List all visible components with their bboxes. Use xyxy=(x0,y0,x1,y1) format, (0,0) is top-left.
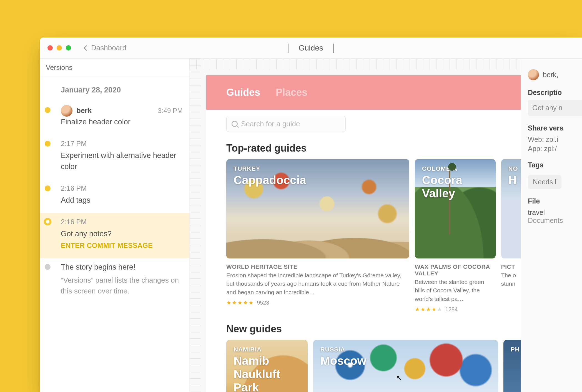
chevron-left-icon xyxy=(288,44,289,53)
avatar xyxy=(61,105,72,117)
guide-hero-image: COLOMBIA Cocora Valley xyxy=(415,159,496,258)
share-web-label: Web: xyxy=(528,135,544,143)
versions-panel: Versions January 28, 2020 berk 3:49 PM F… xyxy=(40,59,190,392)
avatar xyxy=(528,69,539,80)
guide-blurb: Erosion shaped the incredible landscape … xyxy=(226,271,409,296)
guide-subheading: PICT xyxy=(501,263,521,270)
titlebar: Dashboard Guides xyxy=(40,37,582,59)
artboard-guides[interactable]: Guides Places Search for a guide Top-rat… xyxy=(206,75,521,392)
search-icon xyxy=(232,121,238,127)
share-app-value: zpl:/ xyxy=(544,145,557,152)
guide-hero-image: TURKEY Cappadoccia xyxy=(226,159,409,258)
guide-place: H xyxy=(508,174,518,187)
guide-rating-count: 9523 xyxy=(257,300,269,306)
close-window-icon[interactable] xyxy=(47,45,53,51)
version-origin: The story begins here! “Versions” panel … xyxy=(40,258,189,304)
version-bullet-icon xyxy=(45,185,51,191)
guide-card[interactable]: TURKEY Cappadoccia WORLD HERITAGE SITE E… xyxy=(226,159,409,313)
share-web-value: zpl.i xyxy=(546,135,558,143)
window-controls xyxy=(40,45,71,51)
version-message: Experiment with alternative header color xyxy=(61,150,183,172)
screen-title: Guides xyxy=(298,44,323,52)
inspector-description-label: Descriptio xyxy=(528,89,582,97)
guide-place: Cappadoccia xyxy=(234,174,306,187)
inspector-tags-label: Tags xyxy=(528,161,582,169)
search-input[interactable]: Search for a guide xyxy=(226,116,346,132)
inspector-file-name: travel xyxy=(528,208,582,217)
back-to-dashboard[interactable]: Dashboard xyxy=(84,44,126,52)
guide-country: PH xyxy=(511,346,520,353)
zoom-window-icon[interactable] xyxy=(66,45,71,51)
screen-prev-button[interactable] xyxy=(288,44,289,52)
star-icon: ★★★★★ xyxy=(415,306,443,313)
canvas[interactable]: Guides Places Search for a guide Top-rat… xyxy=(190,59,521,392)
guide-blurb: Between the slanted green hills of Cocor… xyxy=(415,278,496,303)
inspector-file-label: File xyxy=(528,197,582,205)
guide-country: NAMIBIA xyxy=(234,346,308,353)
version-message: Finalize header color xyxy=(61,117,183,127)
minimize-window-icon[interactable] xyxy=(57,45,62,51)
version-time: 2:16 PM xyxy=(61,217,183,227)
tab-places[interactable]: Places xyxy=(276,87,307,98)
origin-hint: “Versions” panel lists the changes on th… xyxy=(61,275,183,296)
guide-subheading: WORLD HERITAGE SITE xyxy=(226,263,409,270)
guide-country: TURKEY xyxy=(234,165,306,172)
guide-country: NO xyxy=(508,165,518,172)
guide-rating-count: 1284 xyxy=(445,306,458,313)
share-web-row[interactable]: Web: zpl.i xyxy=(528,135,582,144)
version-prompt: Got any notes? xyxy=(61,228,183,239)
search-placeholder: Search for a guide xyxy=(241,120,300,128)
version-bullet-icon xyxy=(45,141,51,147)
versions-header: Versions xyxy=(40,59,189,77)
app-window: Dashboard Guides Versions January 28, 20… xyxy=(40,37,582,392)
version-time: 2:17 PM xyxy=(61,139,183,149)
guide-country: COLOMBIA xyxy=(422,165,496,172)
guide-card[interactable]: PH xyxy=(503,340,521,392)
version-item[interactable]: berk 3:49 PM Finalize header color xyxy=(40,101,189,135)
tag-pill[interactable]: Needs l xyxy=(528,175,561,189)
section-top-rated: Top-rated guides xyxy=(206,132,521,159)
guide-card[interactable]: NAMIBIA Namib Naukluft Park xyxy=(226,340,308,392)
version-bullet-icon xyxy=(45,107,51,113)
section-new-guides: New guides xyxy=(206,313,521,340)
version-time: 2:16 PM xyxy=(61,183,183,193)
star-icon: ★★★★★ xyxy=(226,299,254,306)
guide-place: Cocora Valley xyxy=(422,174,496,200)
guide-country: RUSSIA xyxy=(320,346,367,353)
tab-guides[interactable]: Guides xyxy=(226,87,260,98)
artboard-tabs: Guides Places xyxy=(206,75,521,110)
version-item[interactable]: 2:17 PM Experiment with alternative head… xyxy=(40,135,189,179)
versions-date: January 28, 2020 xyxy=(40,77,189,101)
share-app-label: App: xyxy=(528,145,542,152)
guide-place: Moscow xyxy=(320,354,367,368)
guide-subheading: WAX PALMS OF COCORA VALLEY xyxy=(415,263,496,277)
guide-card[interactable]: COLOMBIA Cocora Valley WAX PALMS OF COCO… xyxy=(415,159,496,313)
version-current-icon xyxy=(44,218,51,225)
chevron-right-icon xyxy=(333,44,334,53)
version-time: 3:49 PM xyxy=(158,106,183,116)
version-message: Add tags xyxy=(61,195,183,206)
guide-hero-image: NO H xyxy=(501,159,521,258)
chevron-left-icon xyxy=(84,45,89,51)
inspector-panel: berk, Descriptio Got any n Share vers We… xyxy=(521,59,582,392)
origin-bullet-icon xyxy=(45,264,51,270)
inspector-share-label: Share vers xyxy=(528,124,582,132)
guide-rating: ★★★★★ 1284 xyxy=(415,306,496,313)
guide-rating: ★★★★★ 9523 xyxy=(226,299,409,306)
screen-next-button[interactable] xyxy=(333,44,334,52)
origin-title: The story begins here! xyxy=(61,262,183,273)
share-app-row[interactable]: App: zpl:/ xyxy=(528,145,582,153)
guide-card[interactable]: NO H PICT The o stunn xyxy=(501,159,521,313)
inspector-description-input[interactable]: Got any n xyxy=(528,100,582,116)
guide-place: Namib Naukluft Park xyxy=(234,354,308,392)
version-item-selected[interactable]: 2:16 PM Got any notes? ENTER COMMIT MESS… xyxy=(40,213,189,258)
inspector-file-path: Documents xyxy=(528,217,582,225)
version-author: berk xyxy=(76,105,92,116)
enter-commit-message[interactable]: ENTER COMMIT MESSAGE xyxy=(61,240,183,250)
back-label: Dashboard xyxy=(91,44,126,52)
inspector-author: berk, xyxy=(543,71,558,79)
guide-card[interactable]: RUSSIA Moscow xyxy=(313,340,498,392)
version-item[interactable]: 2:16 PM Add tags xyxy=(40,179,189,213)
guide-blurb: The o stunn xyxy=(501,271,521,288)
